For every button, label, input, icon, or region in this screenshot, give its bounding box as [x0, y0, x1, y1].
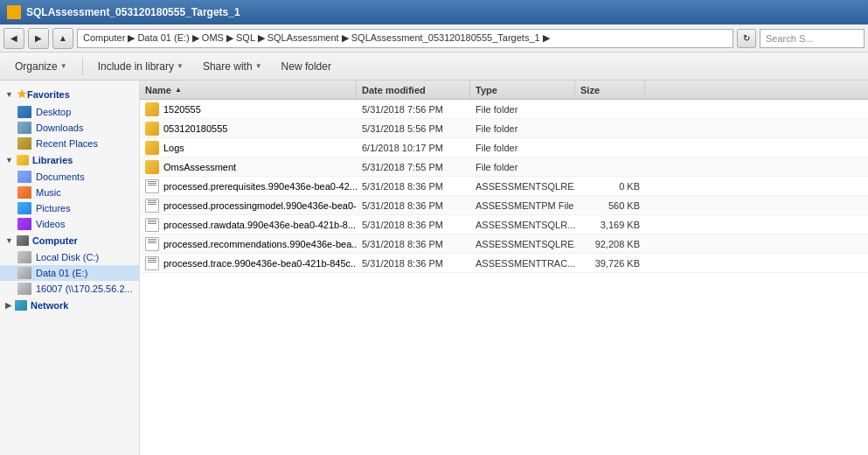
file-name: 053120180555	[163, 123, 227, 134]
table-row[interactable]: Logs 6/1/2018 10:17 PM File folder	[140, 138, 868, 158]
back-button[interactable]: ◀	[3, 28, 24, 49]
include-library-button[interactable]: Include in library ▼	[90, 57, 191, 76]
col-name-sort: ▲	[175, 86, 182, 94]
sidebar-item-network-drive[interactable]: 16007 (\\170.25.56.2...	[0, 281, 139, 297]
folder-icon	[145, 141, 159, 155]
file-date: 5/31/2018 8:36 PM	[357, 258, 470, 269]
local-disk-c-icon	[17, 251, 31, 263]
sidebar-section-libraries[interactable]: ▼ Libraries	[0, 151, 139, 169]
file-type: ASSESSMENTSQLR...	[470, 220, 575, 230]
file-icon	[145, 237, 159, 251]
new-folder-button[interactable]: New folder	[274, 57, 339, 76]
file-type: File folder	[470, 162, 575, 172]
table-row[interactable]: 053120180555 5/31/2018 5:56 PM File fold…	[140, 119, 868, 138]
sidebar-item-pictures[interactable]: Pictures	[0, 200, 139, 216]
include-dropdown-arrow: ▼	[177, 62, 184, 70]
title-bar: SQLAssessment_053120180555_Targets_1	[0, 0, 868, 24]
sidebar-item-local-disk-c[interactable]: Local Disk (C:)	[0, 249, 139, 265]
downloads-icon	[17, 122, 31, 134]
sidebar-item-data01-e[interactable]: Data 01 (E:)	[0, 265, 139, 281]
local-disk-c-label: Local Disk (C:)	[36, 252, 99, 262]
organize-dropdown-arrow: ▼	[60, 62, 67, 70]
recent-places-icon	[17, 137, 31, 150]
search-placeholder: Search S...	[766, 33, 813, 44]
sidebar: ▼ ★ Favorites Desktop Downloads Recent P…	[0, 80, 140, 455]
music-icon	[17, 186, 31, 199]
file-name: Logs	[163, 143, 184, 153]
file-date: 5/31/2018 7:55 PM	[357, 162, 470, 172]
downloads-label: Downloads	[36, 122, 83, 133]
organize-button[interactable]: Organize ▼	[7, 57, 75, 76]
table-row[interactable]: processed.trace.990e436e-bea0-421b-845c.…	[140, 254, 868, 273]
file-name: processed.trace.990e436e-bea0-421b-845c.…	[163, 258, 357, 269]
share-dropdown-arrow: ▼	[255, 62, 262, 70]
file-type: File folder	[470, 104, 575, 115]
file-name: OmsAssessment	[163, 162, 236, 172]
sidebar-item-music[interactable]: Music	[0, 185, 139, 200]
desktop-label: Desktop	[36, 107, 71, 117]
col-header-size[interactable]: Size	[575, 80, 645, 99]
file-name: processed.processingmodel.990e436e-bea0-…	[163, 200, 357, 211]
file-date: 5/31/2018 7:56 PM	[357, 104, 470, 115]
table-row[interactable]: OmsAssessment 5/31/2018 7:55 PM File fol…	[140, 158, 868, 177]
search-box[interactable]: Search S...	[760, 29, 865, 48]
file-type: ASSESSMENTTRAC...	[470, 258, 575, 269]
table-row[interactable]: processed.rawdata.990e436e-bea0-421b-8..…	[140, 215, 868, 234]
address-bar: ◀ ▶ ▲ Computer ▶ Data 01 (E:) ▶ OMS ▶ SQ…	[0, 24, 868, 52]
col-header-type[interactable]: Type	[470, 80, 575, 99]
sidebar-section-computer[interactable]: ▼ Computer	[0, 232, 139, 249]
table-row[interactable]: 1520555 5/31/2018 7:56 PM File folder	[140, 100, 868, 119]
file-size: 3,169 KB	[575, 220, 645, 230]
file-rows-container: 1520555 5/31/2018 7:56 PM File folder 05…	[140, 100, 868, 273]
main-area: ▼ ★ Favorites Desktop Downloads Recent P…	[0, 80, 868, 455]
new-folder-label: New folder	[281, 60, 331, 73]
file-date: 5/31/2018 8:36 PM	[357, 239, 470, 249]
title-bar-icon	[7, 5, 21, 19]
sidebar-item-documents[interactable]: Documents	[0, 169, 139, 185]
network-drive-icon	[17, 283, 31, 295]
file-type: ASSESSMENTSQLRE...	[470, 239, 575, 249]
folder-icon	[145, 102, 159, 116]
libraries-header-label: Libraries	[32, 155, 73, 165]
toolbar-divider-1	[82, 58, 83, 75]
data01-e-label: Data 01 (E:)	[36, 268, 87, 278]
sidebar-item-recent-places[interactable]: Recent Places	[0, 136, 139, 151]
refresh-button[interactable]: ↻	[737, 29, 756, 48]
col-header-date[interactable]: Date modified	[357, 80, 470, 99]
file-size: 0 KB	[575, 181, 645, 192]
network-header-label: Network	[31, 300, 68, 311]
recent-places-label: Recent Places	[36, 138, 98, 149]
file-date: 5/31/2018 8:36 PM	[357, 181, 470, 192]
file-list-header: Name ▲ Date modified Type Size	[140, 80, 868, 100]
col-header-name[interactable]: Name ▲	[140, 80, 357, 99]
table-row[interactable]: processed.recommendations.990e436e-bea..…	[140, 234, 868, 254]
col-name-label: Name	[145, 85, 171, 95]
folder-icon	[145, 122, 159, 136]
sidebar-item-downloads[interactable]: Downloads	[0, 120, 139, 136]
sidebar-item-desktop[interactable]: Desktop	[0, 104, 139, 120]
table-row[interactable]: processed.processingmodel.990e436e-bea0-…	[140, 196, 868, 215]
computer-icon	[17, 235, 29, 246]
sidebar-section-favorites[interactable]: ▼ ★ Favorites	[0, 84, 139, 104]
favorites-header-label: Favorites	[27, 89, 70, 100]
sidebar-section-network[interactable]: ▶ Network	[0, 297, 139, 314]
videos-label: Videos	[36, 219, 65, 229]
sidebar-item-videos[interactable]: Videos	[0, 216, 139, 232]
include-label: Include in library	[98, 60, 174, 73]
data01-e-icon	[17, 267, 31, 279]
computer-chevron: ▼	[5, 236, 13, 245]
address-path[interactable]: Computer ▶ Data 01 (E:) ▶ OMS ▶ SQL ▶ SQ…	[77, 29, 733, 48]
music-label: Music	[36, 187, 61, 198]
file-name: processed.recommendations.990e436e-bea..…	[163, 239, 357, 249]
file-type: File folder	[470, 123, 575, 134]
file-icon	[145, 256, 159, 270]
file-date: 5/31/2018 8:36 PM	[357, 200, 470, 211]
documents-label: Documents	[36, 172, 85, 182]
up-button[interactable]: ▲	[52, 28, 73, 49]
col-size-label: Size	[580, 85, 600, 95]
table-row[interactable]: processed.prerequisites.990e436e-bea0-42…	[140, 177, 868, 196]
col-type-label: Type	[476, 85, 497, 95]
forward-button[interactable]: ▶	[28, 28, 49, 49]
share-with-button[interactable]: Share with ▼	[195, 57, 270, 76]
desktop-icon	[17, 106, 31, 118]
